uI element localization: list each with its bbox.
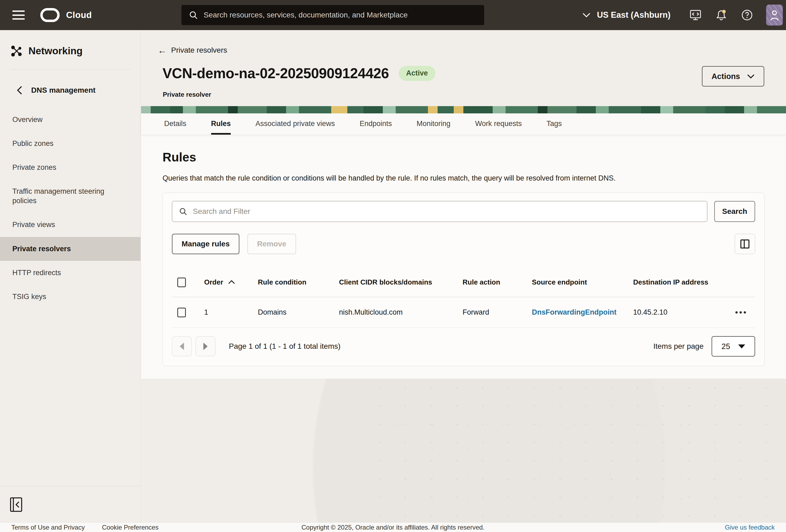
previous-icon xyxy=(180,343,184,350)
help-icon[interactable] xyxy=(741,9,753,21)
copyright-text: Copyright © 2025, Oracle and/or its affi… xyxy=(301,524,485,531)
chevron-left-icon xyxy=(17,86,23,95)
region-selector[interactable]: US East (Ashburn) xyxy=(582,10,670,20)
next-page-button[interactable] xyxy=(195,337,215,356)
cell-rule-condition: Domains xyxy=(258,308,339,317)
feedback-link[interactable]: Give us feedback xyxy=(725,524,775,531)
back-link-label: Private resolvers xyxy=(171,46,227,54)
decorative-background xyxy=(141,378,786,522)
table-row: 1 Domains nish.Multicloud.com Forward Dn… xyxy=(172,297,755,328)
cell-rule-action: Forward xyxy=(463,308,532,317)
items-per-page-label: Items per page xyxy=(653,342,703,351)
cell-destination-ip: 10.45.2.10 xyxy=(633,308,723,317)
tab-work-requests[interactable]: Work requests xyxy=(475,113,522,135)
actions-button-label: Actions xyxy=(712,72,740,81)
collapse-sidebar-button[interactable] xyxy=(10,497,23,512)
remove-button[interactable]: Remove xyxy=(248,234,296,254)
column-header-destination-ip: Destination IP address xyxy=(633,278,723,287)
region-label: US East (Ashburn) xyxy=(597,10,670,20)
cloud-shell-icon[interactable] xyxy=(689,9,702,21)
footer: Terms of Use and Privacy Cookie Preferen… xyxy=(0,522,786,532)
order-label: Order xyxy=(204,278,223,287)
sidebar-item-http-redirects[interactable]: HTTP redirects xyxy=(0,261,140,285)
rules-heading: Rules xyxy=(163,150,764,164)
caret-down-icon xyxy=(738,344,745,348)
column-header-client-cidr: Client CIDR blocks/domains xyxy=(339,278,463,287)
items-per-page-value: 25 xyxy=(721,342,730,351)
collapse-panel-icon xyxy=(10,497,23,512)
columns-icon xyxy=(740,238,750,249)
actions-button[interactable]: Actions xyxy=(702,66,764,87)
search-icon xyxy=(189,10,198,20)
divider xyxy=(10,69,130,70)
sidebar-title: Networking xyxy=(0,30,140,57)
resource-type-label: Private resolver xyxy=(163,91,211,98)
page-header: ← Private resolvers VCN-demo-na-02-20250… xyxy=(141,30,786,106)
sidebar-back-label: DNS management xyxy=(31,86,96,95)
sidebar-title-label: Networking xyxy=(28,45,83,57)
sidebar-nav: Overview Public zones Private zones Traf… xyxy=(0,108,140,309)
table-header-row: Order Rule condition Client CIDR blocks/… xyxy=(172,268,755,297)
column-header-source-endpoint: Source endpoint xyxy=(532,278,633,287)
user-avatar[interactable] xyxy=(766,5,783,25)
previous-page-button[interactable] xyxy=(172,337,192,356)
tab-tags[interactable]: Tags xyxy=(547,113,562,135)
next-icon xyxy=(203,343,208,350)
back-arrow-icon: ← xyxy=(158,46,167,55)
tab-endpoints[interactable]: Endpoints xyxy=(360,113,392,135)
hamburger-menu-icon[interactable] xyxy=(13,10,25,20)
tab-monitoring[interactable]: Monitoring xyxy=(417,113,450,135)
manage-rules-button[interactable]: Manage rules xyxy=(172,234,239,254)
chevron-down-icon xyxy=(747,74,755,79)
source-endpoint-link[interactable]: DnsForwardingEndpoint xyxy=(532,308,617,316)
brand-name: Cloud xyxy=(66,10,92,20)
column-header-order[interactable]: Order xyxy=(204,278,258,287)
divider xyxy=(0,486,140,486)
filter-input-wrapper xyxy=(172,201,707,222)
sidebar-item-private-zones[interactable]: Private zones xyxy=(0,156,140,180)
global-search-input[interactable] xyxy=(204,11,477,19)
decorative-banner xyxy=(141,106,786,113)
tab-details[interactable]: Details xyxy=(164,113,186,135)
back-to-private-resolvers-link[interactable]: ← Private resolvers xyxy=(158,46,227,55)
sidebar-item-traffic-management[interactable]: Traffic management steering policies xyxy=(0,180,140,213)
cookie-preferences-link[interactable]: Cookie Preferences xyxy=(102,524,159,531)
sidebar-item-private-resolvers[interactable]: Private resolvers xyxy=(0,237,140,261)
tab-rules[interactable]: Rules xyxy=(211,113,231,135)
search-button[interactable]: Search xyxy=(714,201,755,222)
row-checkbox[interactable] xyxy=(177,308,186,317)
column-settings-button[interactable] xyxy=(735,234,755,254)
cell-order: 1 xyxy=(204,308,258,317)
rules-section: Rules Queries that match the rule condit… xyxy=(141,135,786,378)
cell-client-cidr: nish.Multicloud.com xyxy=(339,308,463,317)
oracle-logo-icon[interactable] xyxy=(40,8,60,22)
sidebar-item-private-views[interactable]: Private views xyxy=(0,213,140,237)
pagination: Page 1 of 1 (1 - 1 of 1 total items) Ite… xyxy=(172,330,755,362)
sidebar: Networking DNS management Overview Publi… xyxy=(0,30,141,522)
person-icon xyxy=(769,9,780,21)
items-per-page-select[interactable]: 25 xyxy=(712,336,755,356)
tab-associated-private-views[interactable]: Associated private views xyxy=(255,113,335,135)
sidebar-item-public-zones[interactable]: Public zones xyxy=(0,132,140,156)
column-header-rule-condition: Rule condition xyxy=(258,278,339,287)
pagination-text: Page 1 of 1 (1 - 1 of 1 total items) xyxy=(229,342,341,351)
global-search-bar[interactable] xyxy=(181,5,484,25)
rules-table: Order Rule condition Client CIDR blocks/… xyxy=(172,268,755,328)
sidebar-back-dns-management[interactable]: DNS management xyxy=(0,86,140,95)
page-title: VCN-demo-na-02-20250909124426 xyxy=(163,65,389,82)
terms-link[interactable]: Terms of Use and Privacy xyxy=(11,524,85,531)
sort-ascending-icon xyxy=(228,280,235,284)
chevron-down-icon xyxy=(582,13,591,18)
sidebar-item-tsig-keys[interactable]: TSIG keys xyxy=(0,285,140,309)
rules-description: Queries that match the rule condition or… xyxy=(163,174,764,182)
search-icon xyxy=(179,207,187,216)
filter-input[interactable] xyxy=(193,207,700,216)
row-menu-button[interactable]: ••• xyxy=(735,308,755,317)
tab-bar: Details Rules Associated private views E… xyxy=(141,113,786,135)
notifications-bell-icon[interactable] xyxy=(715,9,727,21)
sidebar-item-overview[interactable]: Overview xyxy=(0,108,140,132)
main-content: ← Private resolvers VCN-demo-na-02-20250… xyxy=(141,30,786,522)
column-header-rule-action: Rule action xyxy=(463,278,532,287)
select-all-checkbox[interactable] xyxy=(177,278,186,287)
rules-card: Search Manage rules Remove Order Rule co… xyxy=(163,193,764,366)
